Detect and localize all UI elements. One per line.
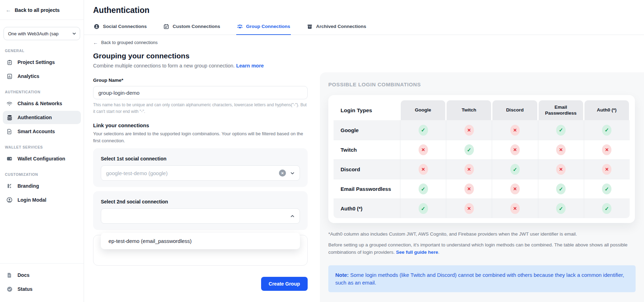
guide-text-before: Before setting up a grouped connection, … [328,242,628,255]
cross-icon: ✕ [602,164,611,175]
clipboard-icon [6,59,13,65]
tab-label: Social Connections [103,24,147,29]
combination-cell: ✓ [400,199,446,218]
check-icon: ✓ [602,203,611,214]
chevron-down-icon[interactable] [290,171,295,175]
arrow-left-icon: ← [6,7,11,13]
table-header-row: Login Types Google Twitch Discord Email … [334,100,630,120]
cross-icon: ✕ [602,144,611,155]
sidebar-item-project-settings[interactable]: Project Settings [3,56,81,69]
second-connection-card: Select 2nd social connection ep-test-dem… [93,191,308,230]
sidebar-item-smart-accounts[interactable]: Smart Accounts [3,125,81,138]
row-label: Email Passwordless [334,179,400,199]
dropdown-option-ep-test-demo[interactable]: ep-test-demo (email_passwordless) [101,233,300,249]
sidebar-item-wallet-configuration[interactable]: Wallet Configuration [3,152,81,165]
wifi-icon [6,100,13,107]
sidebar-item-chains-networks[interactable]: Chains & Networks [3,97,81,110]
sidebar-item-label: Login Modal [18,197,46,203]
content-row: ← Back to grouped connections Grouping y… [84,35,644,302]
sidebar-footer: Docs Status [0,263,84,302]
sidebar-item-analytics[interactable]: Chains & Networks Analytics [3,70,81,83]
cross-icon: ✕ [419,164,428,175]
full-guide-link[interactable]: See full guide here [396,250,438,255]
clear-selection-icon[interactable]: ✕ [279,170,286,177]
auth0-footnote: *Auth0 column also includes Custom JWT, … [328,231,636,237]
first-connection-select[interactable]: google-test-demo (google) ✕ [101,165,300,181]
combination-cell: ✓ [538,120,584,140]
combination-cell: ✕ [446,160,492,179]
sidebar-item-label: Wallet Configuration [18,156,65,161]
back-to-projects-label: Back to all projects [15,7,59,13]
chevron-up-icon[interactable] [290,214,295,218]
check-icon: ✓ [419,125,428,136]
back-to-projects-link[interactable]: ← Back to all projects [0,0,84,20]
combination-cell: ✕ [538,140,584,159]
sidebar-item-label: Smart Accounts [18,129,55,134]
select-first-connection-label: Select 1st social connection [101,156,300,161]
combination-cell: ✓ [492,160,538,179]
sidebar-item-authentication[interactable]: Authentication [3,111,81,124]
wallet-icon [6,156,13,162]
section-label-general: GENERAL [0,42,84,55]
check-circle-icon [6,286,13,292]
grouping-form: ← Back to grouped connections Grouping y… [84,35,308,291]
link-connections-desc: Your selections are limited to the suppo… [93,130,308,144]
create-group-button[interactable]: Create Group [261,277,308,291]
sidebar-item-label: Chains & Networks [18,101,62,106]
table-row-discord: Discord✕✕✓✕✕ [334,159,630,179]
tab-bar: Social Connections Custom Connections Gr… [84,23,644,35]
group-people-icon [237,23,243,29]
combinations-table: Login Types Google Twitch Discord Email … [328,95,635,223]
cross-icon: ✕ [464,203,474,214]
table-row-google: Google✓✕✕✓✓ [334,120,630,140]
note-text: Some login methods (like Twitch and Disc… [335,272,624,286]
table-row-email-passwordless: Email Passwordless✓✕✕✓✓ [334,179,630,199]
sidebar-item-label: Analytics [18,73,39,79]
sidebar-item-login-modal[interactable]: Login Modal [3,193,81,207]
sidebar: ← Back to all projects One with Web3Auth… [0,0,84,302]
archive-box-icon [307,23,313,29]
tab-label: Custom Connections [173,24,220,29]
combination-cell: ✓ [538,199,584,218]
cross-icon: ✕ [510,125,520,136]
sidebar-item-label: Docs [18,272,29,278]
combination-cell: ✕ [584,160,630,179]
sidebar-item-status[interactable]: Status [3,282,81,296]
back-to-grouped-connections-link[interactable]: ← Back to grouped connections [93,40,308,45]
guide-text: Before setting up a grouped connection, … [328,242,636,256]
check-icon: ✓ [419,203,428,214]
branding-icon [6,183,13,189]
link-connections-heading: Link your connections [93,122,308,128]
group-name-helper: This name has to be unique and can only … [93,102,308,115]
group-name-input[interactable] [93,86,308,99]
bar-chart-icon [6,73,13,79]
learn-more-link[interactable]: Learn more [236,63,264,69]
combination-cell: ✕ [400,160,446,179]
note-label: Note: [335,272,349,278]
tab-archived-connections[interactable]: Archived Connections [306,23,367,35]
tab-custom-connections[interactable]: Custom Connections [163,23,221,35]
combination-cell: ✓ [400,120,446,140]
cross-icon: ✕ [510,203,520,214]
guide-text-after: . [438,250,440,255]
document-icon [6,272,13,278]
project-selector[interactable]: One with Web3Auth (sap [4,27,80,40]
cross-icon: ✕ [510,184,520,194]
combination-cell: ✕ [446,179,492,199]
check-icon: ✓ [419,184,428,194]
connection-dropdown: ep-test-demo (email_passwordless) [101,233,300,249]
tab-label: Group Connections [246,24,290,29]
sidebar-item-docs[interactable]: Docs [3,268,81,282]
cross-icon: ✕ [464,164,474,175]
second-connection-select[interactable] [101,208,300,224]
back-link-label: Back to grouped connections [101,40,158,45]
sidebar-item-branding[interactable]: Branding [3,179,81,193]
column-header-auth0: Auth0 (*) [584,100,629,120]
subtitle-text: Combine multiple connections to form a n… [93,63,236,69]
combination-cell: ✕ [492,120,538,140]
sidebar-item-label: Status [18,286,33,292]
tab-social-connections[interactable]: Social Connections [93,23,147,35]
section-label-wallet-services: WALLET SERVICES [0,139,84,151]
tab-group-connections[interactable]: Group Connections [236,23,291,35]
first-connection-value: google-test-demo (google) [106,170,279,176]
